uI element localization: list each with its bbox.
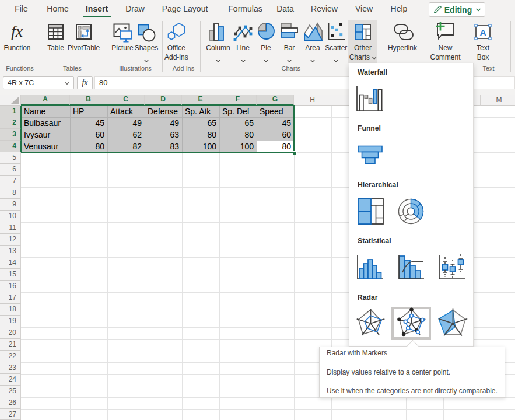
svg-text:A: A: [479, 27, 486, 37]
